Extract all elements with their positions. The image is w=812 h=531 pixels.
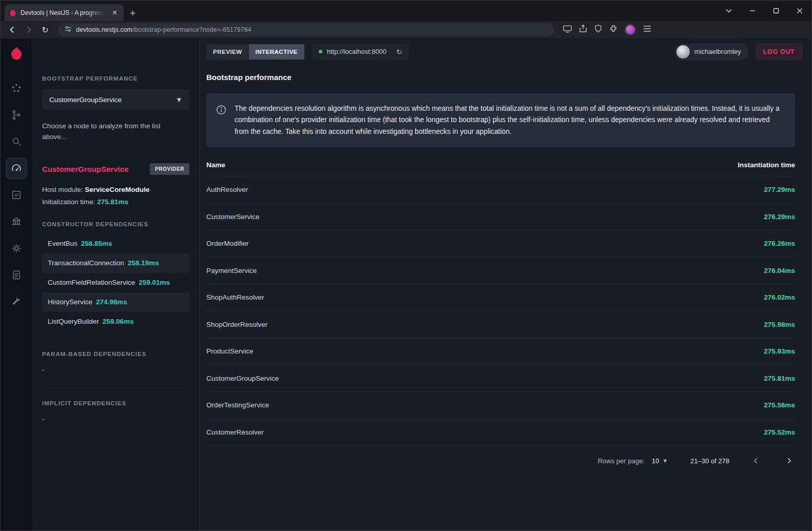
dependency-item[interactable]: EventBus 258.85ms (42, 234, 189, 253)
url-domain: devtools.nestjs.com (76, 26, 132, 33)
url-path: /bootstrap-performance?node=-65179764 (132, 26, 252, 33)
row-name: CustomerResolver (206, 428, 264, 436)
reader-mode-icon[interactable] (563, 25, 572, 35)
address-bar[interactable]: devtools.nestjs.com/bootstrap-performanc… (58, 23, 554, 36)
reload-button[interactable]: ↻ (38, 23, 52, 36)
site-settings-icon[interactable] (64, 25, 72, 35)
rows-per-page-caret-icon: ▼ (662, 458, 668, 464)
info-icon (216, 103, 227, 137)
provider-badge: PROVIDER (150, 163, 189, 175)
row-name: OrderTestingService (206, 401, 269, 409)
browser-window: Devtools | NestJS - A progressive ✕ + (0, 0, 812, 531)
performance-table: Name Instantiation time AuthResolver 277… (206, 154, 795, 476)
host-module-value: ServiceCoreModule (85, 186, 149, 193)
dependency-name: CustomFieldRelationService (48, 279, 135, 286)
row-time: 276.26ms (764, 240, 795, 247)
sidebar-divider (42, 387, 189, 388)
rail-item-performance[interactable] (6, 158, 27, 179)
rail-item-modules[interactable] (6, 211, 27, 232)
rows-per-page-select[interactable]: 10 ▼ (652, 457, 668, 465)
toolbar-actions (563, 24, 651, 35)
maximize-button[interactable] (764, 1, 788, 21)
dependency-item[interactable]: ListQueryBuilder 259.06ms (42, 312, 189, 331)
dependency-item[interactable]: CustomFieldRelationService 259.01ms (42, 273, 189, 292)
table-row[interactable]: CustomerGroupService 275.81ms (206, 365, 795, 392)
table-row[interactable]: ShopAuthResolver 276.02ms (206, 284, 795, 311)
minimize-button[interactable] (741, 1, 764, 21)
dependency-name: EventBus (48, 240, 78, 247)
dependency-time: 259.06ms (103, 318, 134, 325)
init-time-line: Initialization time: 275.81ms (42, 198, 189, 206)
table-row[interactable]: AuthResolver 277.29ms (206, 176, 795, 204)
dependency-item[interactable]: TransactionalConnection 258.19ms (42, 253, 189, 273)
rail-item-logs[interactable] (6, 264, 27, 286)
row-name: AuthResolver (206, 186, 248, 193)
row-name: ShopAuthResolver (206, 293, 264, 301)
table-row[interactable]: ProductService 275.93ms (206, 338, 795, 365)
new-tab-button[interactable]: + (130, 8, 136, 18)
url-text: devtools.nestjs.com/bootstrap-performanc… (76, 26, 252, 33)
row-name: CustomerService (206, 213, 260, 221)
user-pill[interactable]: michaelbromley (674, 43, 748, 61)
rail-item-settings[interactable] (6, 238, 27, 259)
menu-icon[interactable] (643, 25, 651, 34)
tab-title: Devtools | NestJS - A progressive (21, 9, 106, 16)
table-row[interactable]: CustomerService 276.29ms (206, 204, 795, 231)
table-row[interactable]: OrderModifier 276.26ms (206, 230, 795, 258)
brave-shield-icon[interactable] (594, 25, 602, 35)
browser-tab[interactable]: Devtools | NestJS - A progressive ✕ (5, 4, 124, 21)
extensions-icon[interactable] (609, 25, 617, 35)
tab-strip: Devtools | NestJS - A progressive ✕ + (1, 1, 811, 21)
rail-item-insights[interactable] (6, 77, 27, 99)
constructor-deps-title: CONSTRUCTOR DEPENDENCIES (42, 221, 189, 227)
tab-search-chevron-icon[interactable] (717, 1, 741, 21)
row-name: ProductService (206, 347, 254, 355)
logout-button[interactable]: LOG OUT (756, 43, 802, 61)
table-row[interactable]: CustomerResolver 275.52ms (206, 419, 795, 446)
dependency-name: ListQueryBuilder (48, 318, 99, 325)
rail-item-audits[interactable] (6, 184, 27, 206)
table-row[interactable]: OrderTestingService 275.56ms (206, 392, 795, 419)
row-time: 276.02ms (764, 293, 795, 301)
profile-avatar[interactable] (625, 24, 636, 35)
row-name: OrderModifier (206, 240, 249, 247)
implicit-deps-empty: - (42, 415, 189, 423)
app-url-input[interactable]: http://localhost:8000 ↻ (313, 44, 409, 60)
param-deps-title: PARAM-BASED DEPENDENCIES (42, 351, 189, 357)
info-callout: The dependencies resolution algorithm is… (206, 93, 795, 147)
bootstrap-sidebar: BOOTSTRAP PERFORMANCE CustomerGroupServi… (32, 38, 200, 531)
forward-button[interactable] (22, 23, 35, 36)
next-page-button[interactable] (783, 455, 795, 467)
dependency-item[interactable]: HistoryService 274.98ms (42, 292, 189, 312)
mode-toggle: PREVIEW INTERACTIVE (206, 44, 304, 60)
table-row[interactable]: ShopOrderResolver 275.98ms (206, 311, 795, 339)
preview-mode-button[interactable]: PREVIEW (206, 44, 249, 60)
row-time: 276.04ms (764, 267, 795, 274)
rail-item-graph[interactable] (6, 104, 27, 126)
username: michaelbromley (694, 48, 741, 55)
nestjs-favicon-icon (9, 9, 17, 17)
dependency-name: HistoryService (48, 298, 92, 306)
page-title: Bootstrap performance (206, 73, 795, 82)
chevron-down-icon: ▼ (176, 96, 182, 104)
node-select[interactable]: CustomerGroupService ▼ (42, 89, 189, 110)
app-url-value: http://localhost:8000 (327, 48, 386, 55)
close-window-button[interactable] (788, 1, 811, 21)
interactive-mode-button[interactable]: INTERACTIVE (249, 44, 304, 60)
row-time: 275.98ms (764, 321, 795, 328)
tab-close-icon[interactable]: ✕ (110, 8, 120, 17)
row-time: 276.29ms (764, 213, 795, 221)
icon-rail (1, 38, 32, 531)
rail-item-inspect[interactable] (6, 131, 27, 152)
app-url-reload-icon[interactable]: ↻ (396, 48, 402, 56)
rows-per-page-label: Rows per page: (598, 457, 645, 465)
rail-item-tools[interactable] (6, 291, 27, 312)
table-pagination: Rows per page: 10 ▼ 21–30 of 278 (206, 446, 795, 476)
row-name: CustomerGroupService (206, 375, 279, 382)
node-select-hint: Choose a node to analyze from the list a… (42, 121, 171, 143)
previous-page-button[interactable] (750, 455, 762, 467)
back-button[interactable] (6, 23, 19, 36)
share-icon[interactable] (579, 25, 587, 35)
table-row[interactable]: PaymentService 276.04ms (206, 258, 795, 285)
browser-toolbar: ↻ devtools.nestjs.com/bootstrap-performa… (1, 21, 811, 38)
